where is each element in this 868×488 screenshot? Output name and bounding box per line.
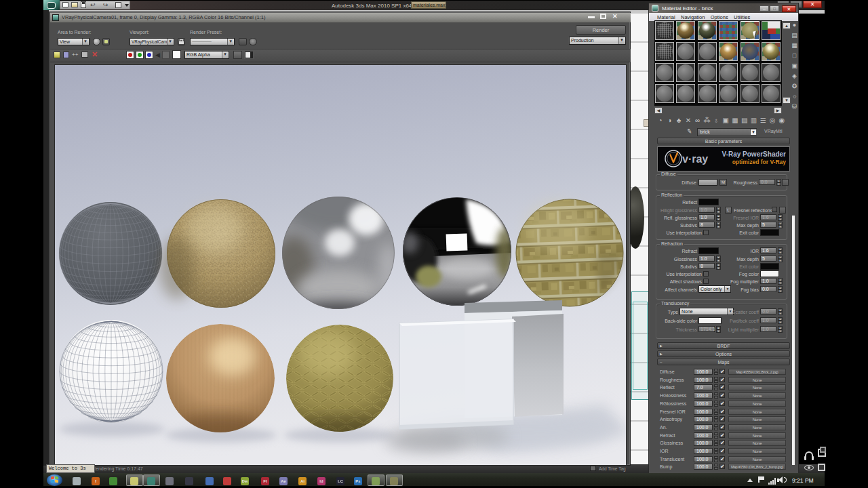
svg-text:optimized for V-Ray: optimized for V-Ray: [732, 159, 787, 165]
svg-text:v·ray: v·ray: [682, 153, 708, 165]
svg-text:V-Ray PowerShader: V-Ray PowerShader: [722, 150, 787, 158]
